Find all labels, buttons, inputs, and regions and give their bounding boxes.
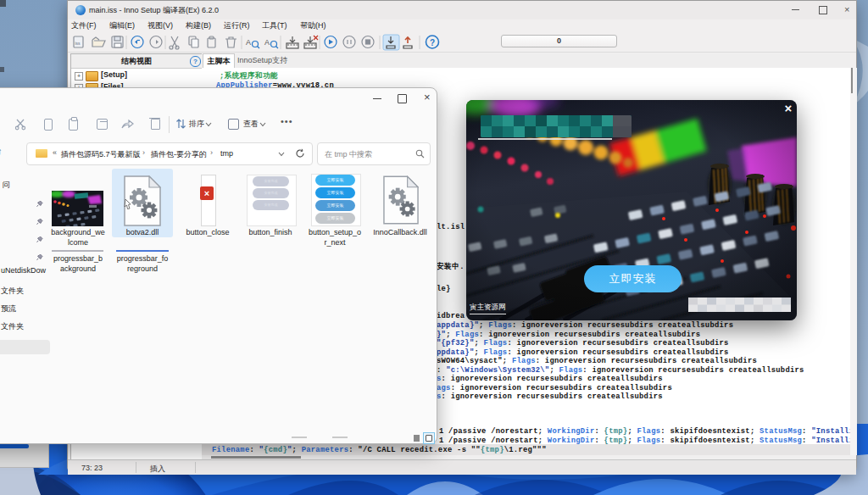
svg-text:?: ? — [430, 38, 435, 47]
svg-text:A: A — [264, 38, 270, 47]
svg-text:A: A — [246, 38, 251, 47]
svg-text:iss: iss — [75, 41, 81, 46]
